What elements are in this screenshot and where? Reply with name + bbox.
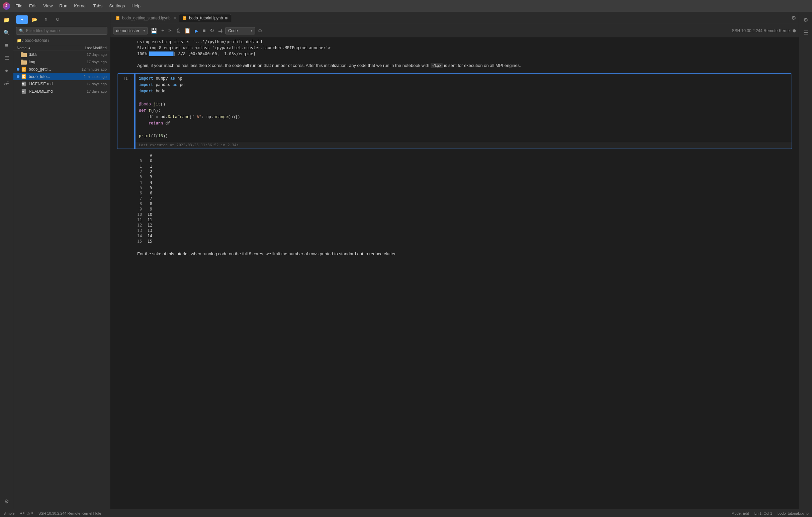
settings-icon[interactable]: ⚙ bbox=[790, 13, 797, 22]
svg-rect-6 bbox=[22, 69, 24, 69]
menu-settings[interactable]: Settings bbox=[107, 3, 127, 9]
list-item[interactable]: img 17 days ago bbox=[13, 58, 110, 65]
menu-tabs[interactable]: Tabs bbox=[91, 3, 105, 9]
tabs-icon[interactable]: ☍ bbox=[2, 78, 12, 88]
open-folder-icon[interactable]: 📂 bbox=[30, 15, 39, 24]
tab-bodo-tutorial[interactable]: bodo_tutorial.ipynb bbox=[179, 14, 231, 22]
list-item[interactable]: M README.md 17 days ago bbox=[13, 88, 110, 95]
table-index: 10 bbox=[137, 212, 147, 217]
status-indicator: ● 0 △ 0 bbox=[20, 511, 33, 515]
kernel-settings-button[interactable]: ⚙ bbox=[257, 27, 264, 34]
kernel-status: SSH 10.30.2.244 Remote-Kernel bbox=[732, 28, 796, 33]
cell-type-select[interactable]: Code Markdown Raw bbox=[225, 27, 255, 34]
folder-icon bbox=[21, 59, 27, 65]
restart-button[interactable]: ↻ bbox=[208, 27, 215, 34]
tab-close-icon[interactable]: ✕ bbox=[173, 16, 178, 21]
menu-edit[interactable]: Edit bbox=[26, 3, 39, 9]
menu-view[interactable]: View bbox=[40, 3, 55, 9]
file-browser-icon[interactable]: 📁 bbox=[2, 15, 12, 25]
right-property-icon[interactable]: ☰ bbox=[801, 27, 811, 37]
menu-run[interactable]: Run bbox=[57, 3, 70, 9]
md-text-bottom: For the sake of this tutorial, when runn… bbox=[137, 251, 397, 256]
status-bar: Simple ● 0 △ 0 SSH 10.30.2.244 Remote-Ke… bbox=[0, 509, 812, 517]
code-line: import bodo bbox=[139, 88, 788, 95]
file-list-header: Name ▲ Last Modified bbox=[13, 45, 110, 51]
list-item[interactable]: M LICENSE.md 17 days ago bbox=[13, 80, 110, 88]
list-item[interactable]: data 17 days ago bbox=[13, 51, 110, 58]
running-terminals-icon[interactable]: ■ bbox=[2, 40, 12, 50]
save-button[interactable]: 💾 bbox=[149, 27, 158, 34]
output-table: A 00 11 22 33 44 55 66 77 88 99 1010 111… bbox=[117, 150, 792, 247]
svg-rect-16 bbox=[116, 17, 119, 20]
tab-notebook-icon bbox=[182, 16, 187, 20]
file-name: LICENSE.md bbox=[29, 82, 73, 86]
modified-dot bbox=[17, 68, 20, 70]
extension-manager-icon[interactable]: ⚙ bbox=[2, 496, 12, 506]
table-index: 13 bbox=[137, 228, 147, 233]
notebook-icon bbox=[21, 66, 27, 72]
left-icon-bar: 📁 🔍 ■ ☰ ● ☍ ⚙ bbox=[0, 12, 13, 509]
md-text: Again, if your machine has less then 8 c… bbox=[137, 63, 431, 68]
menu-kernel[interactable]: Kernel bbox=[71, 3, 89, 9]
new-button[interactable]: + + bbox=[16, 16, 28, 24]
cut-button[interactable]: ✂ bbox=[167, 27, 174, 34]
restart-run-all-button[interactable]: ⇉ bbox=[217, 27, 224, 34]
table-index: 5 bbox=[137, 185, 147, 191]
copy-button[interactable]: ⎙ bbox=[175, 27, 181, 34]
refresh-icon[interactable]: ↻ bbox=[53, 15, 62, 24]
status-filename: bodo_tutorial.ipynb bbox=[778, 511, 809, 515]
menu-file[interactable]: File bbox=[13, 3, 25, 9]
svg-rect-2 bbox=[21, 61, 27, 65]
run-button[interactable]: ▶ bbox=[193, 27, 200, 34]
tab-bodo-getting-started[interactable]: bodo_getting_started.ipynb ✕ bbox=[112, 14, 179, 22]
right-panel: ⚙ ☰ bbox=[799, 12, 812, 509]
folder-icon bbox=[21, 52, 27, 57]
search-input[interactable] bbox=[26, 28, 105, 33]
notebook-content[interactable]: using existing cluster '...'/ipython/pro… bbox=[110, 37, 799, 509]
unsaved-dot bbox=[225, 17, 228, 20]
cell-code[interactable]: import numpy as np import pandas as pd i… bbox=[136, 74, 791, 142]
kernel-toolbar: demo-cluster ▼ 💾 + ✂ ⎙ 📋 ▶ ■ ↻ ⇉ Code Ma… bbox=[110, 24, 799, 37]
list-item[interactable]: bodo_tuto... 2 minutes ago bbox=[13, 73, 110, 80]
notebook-area: bodo_getting_started.ipynb ✕ bodo_tutori… bbox=[110, 12, 799, 509]
menubar: J File Edit View Run Kernel Tabs Setting… bbox=[0, 0, 812, 12]
file-modified: 17 days ago bbox=[73, 89, 107, 93]
tab-notebook-icon bbox=[115, 16, 120, 20]
list-item[interactable]: bodo_getti... 12 minutes ago bbox=[13, 65, 110, 73]
svg-rect-3 bbox=[21, 60, 23, 61]
cell-gutter: [1]: bbox=[117, 74, 134, 149]
status-bar-right: Mode: Edit Ln 1, Col 1 bodo_tutorial.ipy… bbox=[731, 511, 809, 515]
commands-icon[interactable]: ☰ bbox=[2, 53, 12, 63]
search-icon[interactable]: 🔍 bbox=[2, 27, 12, 37]
table-index: 4 bbox=[137, 180, 147, 185]
table-cell: 0 bbox=[147, 158, 157, 164]
code-line: def f(n): bbox=[139, 108, 788, 114]
code-line: df = pd.DataFrame({"A": np.arange(n)}) bbox=[139, 114, 788, 120]
upload-icon[interactable]: ⇧ bbox=[41, 15, 51, 24]
menu-help[interactable]: Help bbox=[129, 3, 143, 9]
property-inspector-icon[interactable]: ● bbox=[2, 65, 12, 76]
svg-rect-10 bbox=[22, 76, 24, 77]
svg-rect-7 bbox=[22, 70, 25, 70]
add-cell-button[interactable]: + bbox=[160, 27, 166, 34]
folder-icon: 📁 bbox=[17, 38, 22, 43]
table-index: 1 bbox=[137, 164, 147, 169]
code-line: @bodo.jit() bbox=[139, 102, 788, 108]
svg-rect-0 bbox=[21, 53, 27, 57]
paste-button[interactable]: 📋 bbox=[183, 27, 192, 34]
column-name[interactable]: Name ▲ bbox=[17, 46, 73, 50]
svg-rect-11 bbox=[22, 77, 25, 78]
table-index: 11 bbox=[137, 217, 147, 223]
right-settings-icon[interactable]: ⚙ bbox=[801, 15, 811, 25]
table-cell: 12 bbox=[147, 223, 157, 228]
svg-rect-5 bbox=[22, 68, 25, 68]
table-index: 6 bbox=[137, 191, 147, 196]
markdown-cell-2: For the sake of this tutorial, when runn… bbox=[117, 247, 792, 260]
notebook-icon bbox=[21, 74, 27, 79]
stop-button[interactable]: ■ bbox=[201, 27, 207, 34]
cluster-select[interactable]: demo-cluster bbox=[113, 27, 148, 34]
code-cell-1[interactable]: [1]: import numpy as np import pandas as… bbox=[117, 73, 792, 149]
code-line: import pandas as pd bbox=[139, 82, 788, 88]
file-list: data 17 days ago img 17 days ago bodo bbox=[13, 51, 110, 509]
table-cell: 4 bbox=[147, 180, 157, 185]
